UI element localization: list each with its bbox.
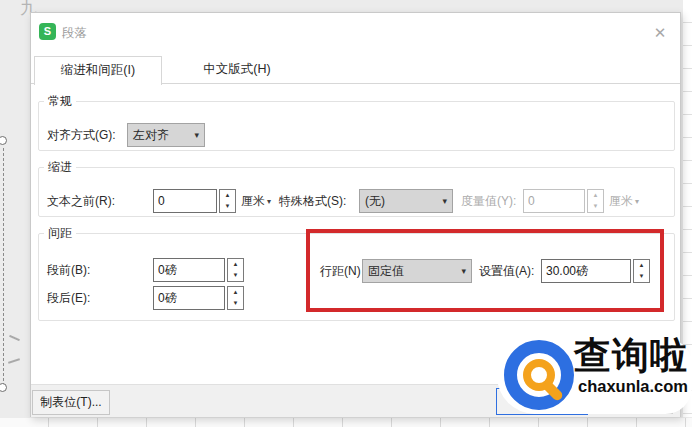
- spinner-down-icon[interactable]: ▼: [228, 298, 243, 309]
- measure-value-input: [523, 189, 585, 213]
- spinner-up-icon: ▲: [588, 190, 603, 201]
- space-before-label: 段前(B):: [47, 262, 153, 279]
- alignment-dropdown[interactable]: 左对齐 ▾: [127, 123, 205, 147]
- space-before-stepper[interactable]: ▲ ▼: [227, 258, 244, 282]
- measure-value-stepper: ▲ ▼: [587, 189, 604, 213]
- dialog-title: 段落: [62, 25, 87, 42]
- special-format-value: (无): [365, 193, 385, 210]
- measure-unit-dropdown: 厘米 ▾: [609, 193, 639, 210]
- spinner-down-icon[interactable]: ▼: [220, 201, 235, 212]
- group-indent-legend: 缩进: [44, 159, 76, 176]
- space-after-stepper[interactable]: ▲ ▼: [227, 286, 244, 310]
- group-general: 常规 对齐方式(G): 左对齐 ▾: [38, 93, 675, 151]
- watermark-domain: chaxunla.com: [578, 377, 688, 396]
- background-dashed-guide: [3, 148, 4, 386]
- set-value-label: 设置值(A):: [479, 263, 541, 280]
- line-spacing-dropdown[interactable]: 固定值 ▾: [362, 259, 472, 283]
- spinner-up-icon[interactable]: ▲: [634, 260, 649, 271]
- tabs-button[interactable]: 制表位(T)...: [32, 390, 110, 415]
- chevron-down-icon: ▾: [635, 197, 639, 206]
- chevron-down-icon: ▾: [194, 130, 199, 140]
- spinner-up-icon[interactable]: ▲: [220, 190, 235, 201]
- chevron-down-icon: ▾: [461, 266, 466, 276]
- background-anchor-circle: [0, 136, 7, 145]
- space-after-label: 段后(E):: [47, 290, 153, 307]
- chaxunla-watermark: 查询啦 chaxunla.com: [497, 331, 692, 417]
- space-before-input[interactable]: [153, 258, 225, 282]
- chevron-down-icon: ▾: [267, 197, 271, 206]
- wps-app-icon: S: [39, 23, 56, 40]
- before-text-stepper[interactable]: ▲ ▼: [219, 189, 236, 213]
- background-table-columns: [0, 417, 692, 427]
- tab-asian-typography[interactable]: 中文版式(H): [176, 56, 298, 84]
- measure-value-label: 度量值(Y):: [461, 193, 523, 210]
- close-icon[interactable]: ✕: [650, 23, 670, 43]
- background-faint-mark: [9, 335, 20, 341]
- set-value-stepper[interactable]: ▲ ▼: [633, 259, 650, 283]
- set-value-input[interactable]: [541, 259, 631, 283]
- dialog-titlebar: S 段落 ✕: [31, 13, 680, 51]
- spinner-down-icon[interactable]: ▼: [634, 271, 649, 282]
- magnifier-logo-icon: [504, 340, 576, 412]
- highlight-rectangle: 行距(N) 固定值 ▾ 设置值(A): ▲ ▼: [306, 229, 664, 312]
- background-faint-mark: [8, 358, 20, 364]
- group-indent: 缩进 文本之前(R): ▲ ▼ 厘米 ▾ 特殊格式(S): (无) ▾ 度量值(…: [38, 159, 675, 217]
- group-general-legend: 常规: [44, 93, 76, 110]
- before-text-label: 文本之前(R):: [47, 193, 153, 210]
- space-after-input[interactable]: [153, 286, 225, 310]
- line-spacing-value: 固定值: [368, 263, 404, 280]
- measure-unit: 厘米: [609, 193, 633, 210]
- alignment-value: 左对齐: [133, 127, 169, 144]
- spinner-down-icon: ▼: [588, 201, 603, 212]
- spinner-up-icon[interactable]: ▲: [228, 259, 243, 270]
- special-format-label: 特殊格式(S):: [279, 193, 359, 210]
- background-anchor-circle: [0, 383, 7, 392]
- before-text-unit: 厘米: [241, 193, 265, 210]
- group-spacing-legend: 间距: [44, 225, 76, 242]
- chevron-down-icon: ▾: [442, 196, 447, 206]
- spinner-up-icon[interactable]: ▲: [228, 287, 243, 298]
- before-text-input[interactable]: [153, 189, 217, 213]
- special-format-dropdown[interactable]: (无) ▾: [359, 189, 453, 213]
- dialog-tabbar: 缩进和间距(I) 中文版式(H): [31, 56, 680, 84]
- alignment-label: 对齐方式(G):: [47, 127, 127, 144]
- tab-indents-and-spacing[interactable]: 缩进和间距(I): [34, 56, 162, 85]
- watermark-name: 查询啦: [574, 331, 688, 381]
- before-text-unit-dropdown[interactable]: 厘米 ▾: [241, 193, 271, 210]
- screen: 九 S 段落 ✕ 缩进和间距(I) 中文版式(H) 常规 对齐方式(G): 左对…: [0, 0, 692, 427]
- line-spacing-label: 行距(N): [320, 263, 362, 280]
- spinner-down-icon[interactable]: ▼: [228, 270, 243, 281]
